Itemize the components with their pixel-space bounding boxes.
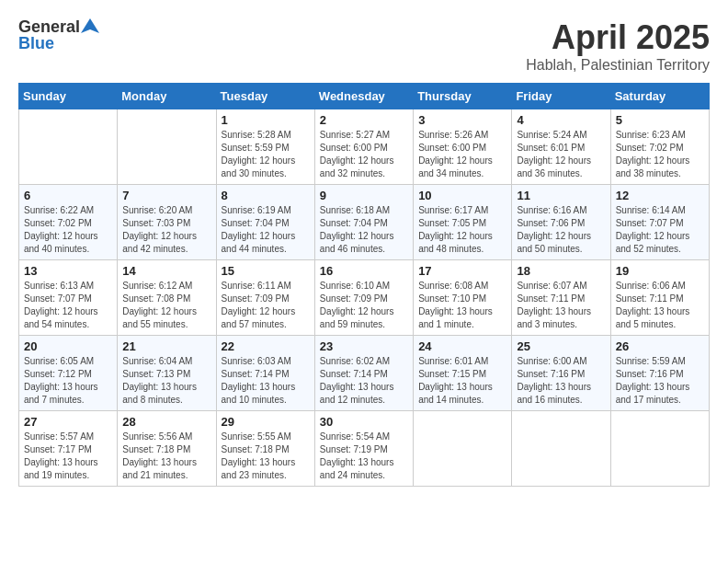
day-number: 22 [222, 339, 310, 353]
day-info: Sunrise: 5:55 AMSunset: 7:18 PMDaylight:… [222, 431, 310, 482]
day-info: Sunrise: 6:08 AMSunset: 7:10 PMDaylight:… [418, 280, 506, 331]
day-number: 5 [616, 113, 704, 127]
calendar-cell [414, 411, 512, 487]
calendar-cell: 13Sunrise: 6:13 AMSunset: 7:07 PMDayligh… [19, 260, 118, 336]
calendar-cell: 5Sunrise: 6:23 AMSunset: 7:02 PMDaylight… [610, 109, 709, 185]
calendar-cell: 7Sunrise: 6:20 AMSunset: 7:03 PMDaylight… [118, 185, 216, 260]
day-info: Sunrise: 6:13 AMSunset: 7:07 PMDaylight:… [24, 280, 112, 331]
day-info: Sunrise: 6:02 AMSunset: 7:14 PMDaylight:… [320, 355, 408, 407]
day-number: 28 [122, 415, 210, 429]
day-info: Sunrise: 6:23 AMSunset: 7:02 PMDaylight:… [616, 129, 704, 180]
calendar-cell: 23Sunrise: 6:02 AMSunset: 7:14 PMDayligh… [314, 336, 413, 411]
calendar-cell: 28Sunrise: 5:56 AMSunset: 7:18 PMDayligh… [118, 411, 216, 487]
day-info: Sunrise: 5:24 AMSunset: 6:01 PMDaylight:… [517, 129, 605, 180]
day-number: 9 [320, 189, 408, 202]
day-info: Sunrise: 6:12 AMSunset: 7:08 PMDaylight:… [122, 280, 210, 331]
day-info: Sunrise: 6:14 AMSunset: 7:07 PMDaylight:… [616, 204, 704, 256]
calendar-cell [512, 411, 610, 487]
calendar-cell [19, 109, 118, 185]
calendar-cell: 12Sunrise: 6:14 AMSunset: 7:07 PMDayligh… [610, 185, 709, 260]
day-number: 21 [122, 339, 210, 353]
calendar-cell: 17Sunrise: 6:08 AMSunset: 7:10 PMDayligh… [414, 260, 512, 336]
page-location: Hablah, Palestinian Territory [526, 57, 710, 74]
calendar-cell: 6Sunrise: 6:22 AMSunset: 7:02 PMDaylight… [19, 185, 118, 260]
day-number: 3 [418, 113, 506, 127]
calendar-cell: 30Sunrise: 5:54 AMSunset: 7:19 PMDayligh… [314, 411, 413, 487]
day-info: Sunrise: 6:00 AMSunset: 7:16 PMDaylight:… [517, 355, 605, 407]
logo-blue: Blue [18, 35, 99, 53]
day-info: Sunrise: 6:20 AMSunset: 7:03 PMDaylight:… [122, 204, 210, 256]
calendar-cell: 18Sunrise: 6:07 AMSunset: 7:11 PMDayligh… [512, 260, 610, 336]
calendar-cell: 11Sunrise: 6:16 AMSunset: 7:06 PMDayligh… [512, 185, 610, 260]
column-header-tuesday: Tuesday [216, 84, 314, 109]
calendar-cell: 19Sunrise: 6:06 AMSunset: 7:11 PMDayligh… [610, 260, 709, 336]
day-number: 11 [517, 189, 605, 202]
day-number: 8 [222, 189, 310, 202]
calendar-cell: 29Sunrise: 5:55 AMSunset: 7:18 PMDayligh… [216, 411, 314, 487]
day-number: 24 [418, 339, 506, 353]
day-number: 1 [222, 113, 310, 127]
column-header-friday: Friday [512, 84, 610, 109]
calendar-cell: 3Sunrise: 5:26 AMSunset: 6:00 PMDaylight… [414, 109, 512, 185]
calendar-cell: 20Sunrise: 6:05 AMSunset: 7:12 PMDayligh… [19, 336, 118, 411]
day-info: Sunrise: 6:07 AMSunset: 7:11 PMDaylight:… [517, 280, 605, 331]
day-info: Sunrise: 6:11 AMSunset: 7:09 PMDaylight:… [222, 280, 310, 331]
calendar-body: 1Sunrise: 5:28 AMSunset: 5:59 PMDaylight… [19, 109, 710, 487]
day-number: 7 [122, 189, 210, 202]
calendar-cell [118, 109, 216, 185]
day-info: Sunrise: 6:18 AMSunset: 7:04 PMDaylight:… [320, 204, 408, 256]
day-number: 6 [24, 189, 112, 202]
day-info: Sunrise: 5:59 AMSunset: 7:16 PMDaylight:… [616, 355, 704, 407]
calendar-cell: 1Sunrise: 5:28 AMSunset: 5:59 PMDaylight… [216, 109, 314, 185]
day-info: Sunrise: 6:10 AMSunset: 7:09 PMDaylight:… [320, 280, 408, 331]
day-number: 14 [122, 264, 210, 278]
calendar-cell: 21Sunrise: 6:04 AMSunset: 7:13 PMDayligh… [118, 336, 216, 411]
week-row-4: 20Sunrise: 6:05 AMSunset: 7:12 PMDayligh… [19, 336, 710, 411]
day-number: 13 [24, 264, 112, 278]
calendar-cell: 8Sunrise: 6:19 AMSunset: 7:04 PMDaylight… [216, 185, 314, 260]
svg-marker-0 [81, 18, 99, 33]
column-header-sunday: Sunday [19, 84, 118, 109]
column-header-thursday: Thursday [414, 84, 512, 109]
calendar-cell: 27Sunrise: 5:57 AMSunset: 7:17 PMDayligh… [19, 411, 118, 487]
calendar-table: SundayMondayTuesdayWednesdayThursdayFrid… [18, 83, 710, 487]
day-number: 19 [616, 264, 704, 278]
calendar-cell: 10Sunrise: 6:17 AMSunset: 7:05 PMDayligh… [414, 185, 512, 260]
day-number: 30 [320, 415, 408, 429]
calendar-cell: 9Sunrise: 6:18 AMSunset: 7:04 PMDaylight… [314, 185, 413, 260]
logo: General Blue [18, 18, 99, 53]
header-row: SundayMondayTuesdayWednesdayThursdayFrid… [19, 84, 710, 109]
day-number: 16 [320, 264, 408, 278]
day-number: 4 [517, 113, 605, 127]
day-info: Sunrise: 6:22 AMSunset: 7:02 PMDaylight:… [24, 204, 112, 256]
day-number: 29 [222, 415, 310, 429]
day-info: Sunrise: 6:01 AMSunset: 7:15 PMDaylight:… [418, 355, 506, 407]
day-number: 25 [517, 339, 605, 353]
day-info: Sunrise: 5:28 AMSunset: 5:59 PMDaylight:… [222, 129, 310, 180]
day-number: 2 [320, 113, 408, 127]
calendar-header: SundayMondayTuesdayWednesdayThursdayFrid… [19, 84, 710, 109]
column-header-monday: Monday [118, 84, 216, 109]
logo-wave-icon [81, 18, 99, 37]
day-number: 27 [24, 415, 112, 429]
day-number: 10 [418, 189, 506, 202]
day-number: 18 [517, 264, 605, 278]
column-header-saturday: Saturday [610, 84, 709, 109]
week-row-1: 1Sunrise: 5:28 AMSunset: 5:59 PMDaylight… [19, 109, 710, 185]
calendar-cell: 14Sunrise: 6:12 AMSunset: 7:08 PMDayligh… [118, 260, 216, 336]
page-header: General Blue April 2025 Hablah, Palestin… [18, 18, 710, 74]
day-info: Sunrise: 6:05 AMSunset: 7:12 PMDaylight:… [24, 355, 112, 407]
page-title: April 2025 [526, 18, 710, 57]
day-number: 26 [616, 339, 704, 353]
calendar-cell: 16Sunrise: 6:10 AMSunset: 7:09 PMDayligh… [314, 260, 413, 336]
day-info: Sunrise: 5:57 AMSunset: 7:17 PMDaylight:… [24, 431, 112, 482]
day-info: Sunrise: 6:16 AMSunset: 7:06 PMDaylight:… [517, 204, 605, 256]
calendar-cell: 15Sunrise: 6:11 AMSunset: 7:09 PMDayligh… [216, 260, 314, 336]
day-info: Sunrise: 6:17 AMSunset: 7:05 PMDaylight:… [418, 204, 506, 256]
column-header-wednesday: Wednesday [314, 84, 413, 109]
day-info: Sunrise: 5:27 AMSunset: 6:00 PMDaylight:… [320, 129, 408, 180]
day-info: Sunrise: 6:03 AMSunset: 7:14 PMDaylight:… [222, 355, 310, 407]
week-row-5: 27Sunrise: 5:57 AMSunset: 7:17 PMDayligh… [19, 411, 710, 487]
day-number: 20 [24, 339, 112, 353]
title-block: April 2025 Hablah, Palestinian Territory [526, 18, 710, 74]
